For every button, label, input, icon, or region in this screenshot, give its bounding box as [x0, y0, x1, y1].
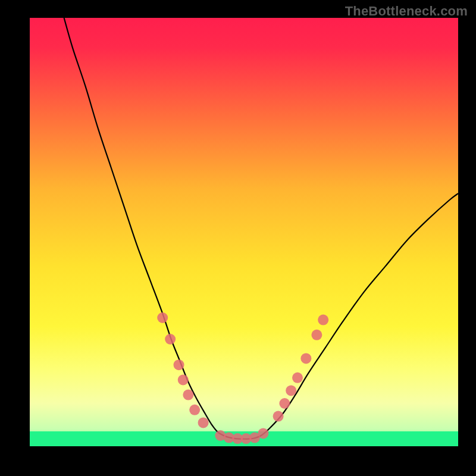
marker-point: [189, 405, 200, 415]
marker-point: [198, 417, 209, 428]
marker-point: [165, 334, 176, 345]
marker-point: [157, 312, 168, 323]
marker-point: [318, 315, 328, 325]
marker-point: [273, 411, 284, 422]
marker-point: [183, 390, 193, 400]
highlight-markers: [157, 312, 328, 444]
bottleneck-curve: [64, 18, 458, 439]
marker-point: [300, 353, 311, 364]
curve-layer: [30, 18, 458, 446]
marker-point: [292, 372, 303, 383]
marker-point: [311, 330, 322, 340]
chart-frame: TheBottleneck.com: [0, 0, 476, 476]
marker-point: [178, 374, 189, 385]
plot-area: [30, 18, 458, 446]
marker-point: [258, 428, 268, 439]
watermark-text: TheBottleneck.com: [345, 4, 468, 19]
marker-point: [279, 398, 290, 409]
marker-point: [286, 385, 296, 396]
marker-point: [174, 359, 184, 370]
